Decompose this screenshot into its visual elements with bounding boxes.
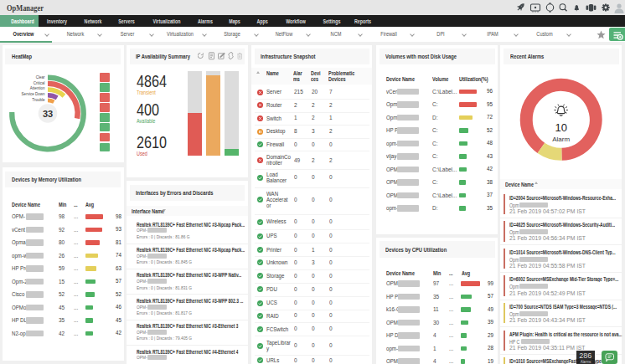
svg-text:10: 10 xyxy=(555,120,567,133)
svg-text:33: 33 xyxy=(42,108,52,118)
svg-text:Alarm: Alarm xyxy=(553,135,571,142)
